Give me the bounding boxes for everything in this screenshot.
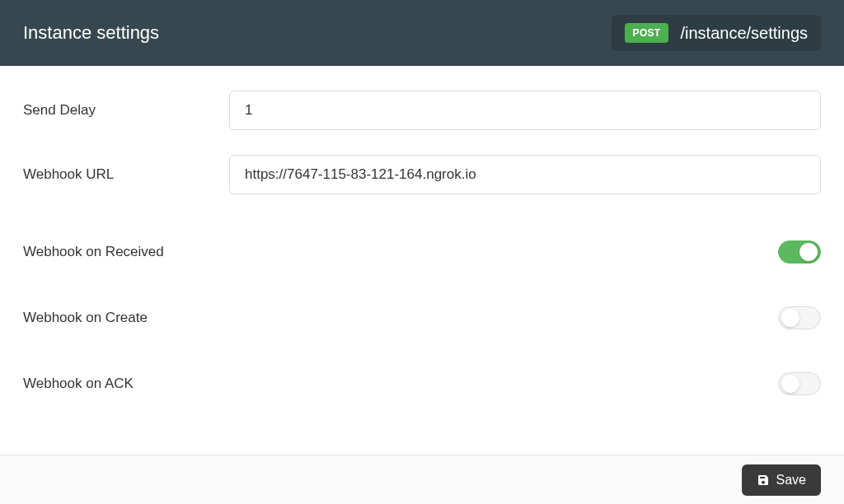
- toggle-webhook-create[interactable]: [778, 306, 821, 329]
- row-send-delay: Send Delay: [23, 91, 821, 130]
- row-webhook-received: Webhook on Received: [23, 219, 821, 285]
- toggle-webhook-received[interactable]: [778, 240, 821, 264]
- endpoint-path: /instance/settings: [680, 24, 808, 43]
- save-icon: [757, 474, 770, 487]
- row-webhook-create: Webhook on Create: [23, 285, 821, 351]
- endpoint-box: POST /instance/settings: [612, 15, 821, 51]
- row-webhook-url: Webhook URL: [23, 155, 821, 194]
- label-webhook-received: Webhook on Received: [23, 244, 164, 260]
- page-title: Instance settings: [23, 22, 159, 44]
- toggle-knob: [799, 243, 818, 261]
- input-send-delay[interactable]: [229, 91, 821, 130]
- page-header: Instance settings POST /instance/setting…: [0, 0, 844, 66]
- label-webhook-url: Webhook URL: [23, 166, 229, 183]
- save-button-label: Save: [776, 473, 806, 488]
- input-webhook-url[interactable]: [229, 155, 821, 194]
- toggle-webhook-ack[interactable]: [778, 372, 821, 395]
- save-button[interactable]: Save: [742, 464, 821, 496]
- page-footer: Save: [0, 455, 844, 504]
- label-webhook-create: Webhook on Create: [23, 310, 148, 326]
- row-webhook-ack: Webhook on ACK: [23, 351, 821, 417]
- label-send-delay: Send Delay: [23, 102, 229, 119]
- http-method-badge: POST: [625, 23, 669, 43]
- label-webhook-ack: Webhook on ACK: [23, 376, 134, 392]
- toggle-knob: [781, 309, 799, 327]
- toggle-knob: [781, 375, 799, 393]
- settings-form: Send Delay Webhook URL Webhook on Receiv…: [0, 66, 844, 425]
